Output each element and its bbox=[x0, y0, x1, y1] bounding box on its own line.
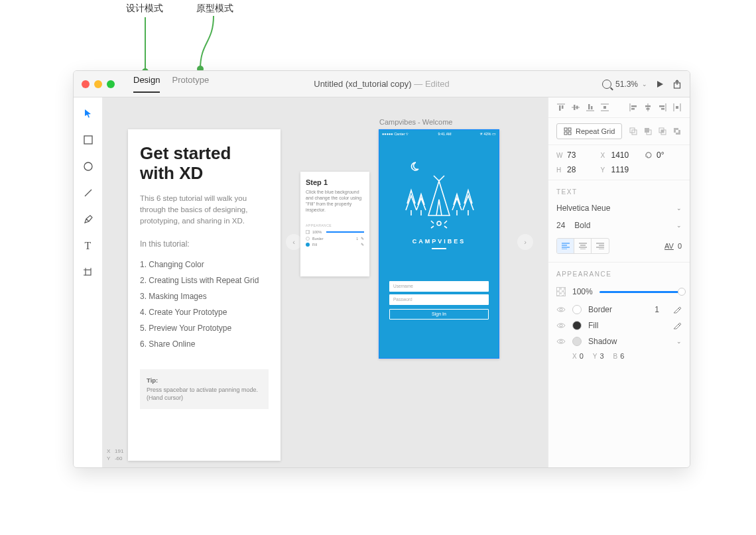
border-width-field[interactable]: 1 bbox=[655, 305, 659, 314]
artboard-intro[interactable]: Get started with XD This 6 step tutorial… bbox=[128, 129, 281, 461]
rectangle-tool-icon[interactable] bbox=[82, 133, 95, 147]
text-tool-icon[interactable]: T bbox=[82, 239, 95, 253]
distribute-v-icon[interactable] bbox=[600, 103, 609, 112]
shadow-fields: X0 Y3 B6 bbox=[548, 349, 690, 367]
align-bottom-icon[interactable] bbox=[586, 103, 595, 112]
font-weight-select[interactable]: Bold ⌄ bbox=[574, 221, 682, 230]
fill-label: Fill bbox=[588, 321, 598, 330]
intro-steps-list: 1. Changing Color 2. Creating Lists with… bbox=[140, 257, 269, 352]
tool-rail: T bbox=[74, 97, 103, 467]
shadow-swatch[interactable] bbox=[572, 337, 582, 346]
tab-prototype[interactable]: Prototype bbox=[172, 75, 209, 93]
rotate-icon bbox=[645, 151, 653, 159]
line-tool-icon[interactable] bbox=[82, 186, 95, 200]
password-field[interactable]: Password bbox=[389, 294, 489, 305]
chevron-down-icon: ⌄ bbox=[642, 81, 647, 88]
align-vcenter-icon[interactable] bbox=[571, 103, 580, 112]
opacity-slider[interactable] bbox=[599, 291, 682, 293]
repeat-grid-button[interactable]: Repeat Grid bbox=[556, 123, 622, 139]
tracking-field[interactable]: 0 bbox=[678, 242, 682, 250]
doc-name: Untitled (xd_tutorial copy) bbox=[314, 79, 411, 89]
exclude-icon[interactable] bbox=[672, 127, 682, 136]
nav-next-button[interactable]: › bbox=[517, 234, 533, 250]
minimize-icon[interactable] bbox=[94, 80, 102, 88]
canvas[interactable]: Get started with XD This 6 step tutorial… bbox=[103, 97, 548, 467]
svg-point-3 bbox=[84, 162, 92, 170]
maximize-icon[interactable] bbox=[107, 80, 115, 88]
chevron-down-icon: ⌄ bbox=[676, 205, 682, 211]
y-field[interactable]: Y1119 bbox=[601, 165, 639, 174]
artboard-tool-icon[interactable] bbox=[82, 266, 95, 279]
dropper-icon[interactable] bbox=[672, 321, 682, 330]
x-field[interactable]: X1410 bbox=[601, 150, 639, 160]
step1-appearance-label: APPEARANCE bbox=[306, 223, 364, 227]
app-window: Design Prototype Untitled (xd_tutorial c… bbox=[73, 70, 690, 468]
border-swatch[interactable] bbox=[572, 305, 582, 314]
brand-underline bbox=[432, 248, 446, 249]
font-family-select[interactable]: Helvetica Neue ⌄ bbox=[548, 200, 690, 217]
svg-line-4 bbox=[85, 190, 92, 196]
align-left-icon[interactable] bbox=[629, 103, 638, 112]
list-item: 5. Preview Your Prototype bbox=[140, 320, 269, 336]
shadow-y-field[interactable]: Y3 bbox=[593, 352, 604, 360]
tab-design[interactable]: Design bbox=[133, 75, 160, 93]
align-top-icon[interactable] bbox=[556, 103, 566, 112]
opacity-value: 100% bbox=[572, 287, 593, 296]
checker-icon bbox=[306, 230, 310, 234]
share-icon[interactable] bbox=[672, 80, 682, 89]
magnifier-icon bbox=[602, 80, 611, 89]
svg-rect-2 bbox=[84, 136, 92, 144]
annotation-line bbox=[145, 17, 146, 72]
tracking-icon: AV bbox=[664, 242, 674, 250]
font-size-field[interactable]: 24 bbox=[556, 221, 565, 230]
subtract-icon[interactable] bbox=[643, 127, 653, 136]
align-hcenter-icon[interactable] bbox=[643, 103, 653, 112]
shadow-x-field[interactable]: X0 bbox=[572, 352, 584, 360]
svg-rect-35 bbox=[564, 128, 567, 131]
status-right: ☀ 42% ▭ bbox=[479, 132, 496, 136]
height-field[interactable]: H28 bbox=[556, 165, 594, 174]
signin-button[interactable]: Sign In bbox=[389, 309, 489, 320]
select-tool-icon[interactable] bbox=[82, 107, 95, 120]
svg-rect-48 bbox=[676, 130, 678, 133]
svg-rect-25 bbox=[631, 108, 635, 110]
document-title: Untitled (xd_tutorial copy) — Edited bbox=[314, 79, 450, 89]
artboard-campvibes[interactable]: Campvibes - Welcome ●●●●● Canter ᯤ 9:41 … bbox=[379, 129, 499, 359]
shadow-blur-field[interactable]: B6 bbox=[613, 352, 625, 360]
chevron-down-icon[interactable]: ⌄ bbox=[676, 338, 682, 345]
dropper-icon[interactable] bbox=[672, 305, 682, 314]
align-horizontal-group bbox=[629, 103, 682, 112]
close-icon[interactable] bbox=[82, 80, 90, 88]
union-icon[interactable] bbox=[629, 127, 638, 136]
intersect-icon[interactable] bbox=[658, 127, 667, 136]
svg-rect-15 bbox=[574, 105, 576, 110]
list-item: 6. Share Online bbox=[140, 336, 269, 352]
list-item: 4. Create Your Prototype bbox=[140, 304, 269, 320]
text-align-center-icon[interactable] bbox=[574, 239, 592, 253]
svg-rect-31 bbox=[661, 108, 664, 110]
align-right-icon[interactable] bbox=[658, 103, 667, 112]
zoom-control[interactable]: 51.3% ⌄ bbox=[602, 80, 647, 89]
width-field[interactable]: W73 bbox=[556, 150, 594, 160]
nav-prev-button[interactable]: ‹ bbox=[286, 234, 302, 250]
ellipse-tool-icon[interactable] bbox=[82, 160, 95, 173]
artboard-step1[interactable]: Step 1 Click the blue background and cha… bbox=[300, 172, 369, 276]
svg-rect-36 bbox=[568, 128, 571, 131]
play-icon[interactable] bbox=[655, 80, 664, 89]
campvibes-art: CAMPVIBES Username Password Sign In bbox=[379, 137, 499, 320]
eye-icon[interactable] bbox=[556, 322, 566, 329]
brand-name: CAMPVIBES bbox=[412, 238, 466, 245]
text-align-right-icon[interactable] bbox=[592, 239, 609, 253]
repeat-grid-label: Repeat Grid bbox=[576, 127, 615, 135]
fill-swatch[interactable] bbox=[572, 321, 582, 330]
rotate-field[interactable]: 0° bbox=[645, 150, 682, 160]
eye-icon[interactable] bbox=[556, 338, 566, 345]
username-field[interactable]: Username bbox=[389, 281, 489, 292]
step1-text: Click the blue background and change the… bbox=[306, 189, 364, 213]
pen-tool-icon[interactable] bbox=[82, 213, 95, 226]
eye-icon[interactable] bbox=[556, 306, 566, 313]
text-align-left-icon[interactable] bbox=[557, 239, 574, 253]
svg-rect-12 bbox=[559, 105, 561, 111]
distribute-h-icon[interactable] bbox=[672, 103, 682, 112]
svg-rect-28 bbox=[647, 108, 650, 110]
